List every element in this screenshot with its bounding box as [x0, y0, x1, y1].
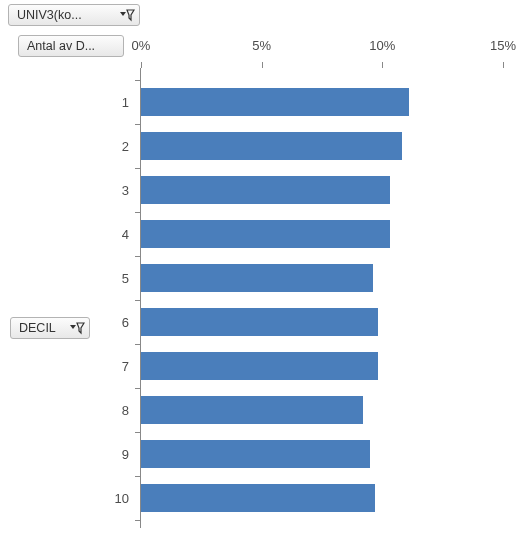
bar-row: 9	[141, 440, 503, 468]
category-label: 2	[122, 132, 129, 160]
y-axis-tick	[135, 476, 141, 477]
category-label: 3	[122, 176, 129, 204]
category-label: 9	[122, 440, 129, 468]
category-label: 1	[122, 88, 129, 116]
y-axis-tick	[135, 168, 141, 169]
x-axis-tick-label: 15%	[490, 38, 516, 53]
x-axis-tick	[382, 62, 383, 68]
field-button-label: DECIL	[19, 321, 56, 335]
bar	[141, 352, 378, 380]
y-axis-tick	[135, 432, 141, 433]
y-axis-tick	[135, 212, 141, 213]
bar	[141, 220, 390, 248]
bar-row: 5	[141, 264, 503, 292]
y-axis-tick	[135, 388, 141, 389]
category-label: 7	[122, 352, 129, 380]
bar	[141, 132, 402, 160]
y-axis-tick	[135, 124, 141, 125]
bar	[141, 176, 390, 204]
bar-row: 4	[141, 220, 503, 248]
category-label: 6	[122, 308, 129, 336]
y-axis-tick	[135, 344, 141, 345]
field-button-label: UNIV3(ko...	[17, 8, 82, 22]
dropdown-filter-icon	[69, 320, 85, 336]
bar-row: 6	[141, 308, 503, 336]
bar-row: 8	[141, 396, 503, 424]
bar	[141, 396, 363, 424]
field-button-label: Antal av D...	[27, 39, 95, 53]
category-label: 8	[122, 396, 129, 424]
bar-row: 1	[141, 88, 503, 116]
y-axis-tick	[135, 300, 141, 301]
x-axis-tick-label: 0%	[132, 38, 151, 53]
bar-row: 3	[141, 176, 503, 204]
category-label: 5	[122, 264, 129, 292]
bar	[141, 484, 375, 512]
field-button-decil[interactable]: DECIL	[10, 317, 90, 339]
svg-marker-0	[120, 12, 126, 16]
x-axis-tick	[141, 62, 142, 68]
bar	[141, 88, 409, 116]
x-axis-tick	[262, 62, 263, 68]
x-axis-tick-label: 5%	[252, 38, 271, 53]
field-button-univ3[interactable]: UNIV3(ko...	[8, 4, 140, 26]
bar	[141, 264, 373, 292]
y-axis-tick	[135, 520, 141, 521]
bar-row: 10	[141, 484, 503, 512]
x-axis-tick-label: 10%	[369, 38, 395, 53]
bar-row: 7	[141, 352, 503, 380]
category-label: 10	[115, 484, 129, 512]
chart-plot-area: 0%5%10%15%12345678910	[140, 68, 503, 528]
bar	[141, 440, 370, 468]
bar	[141, 308, 378, 336]
x-axis-tick	[503, 62, 504, 68]
category-label: 4	[122, 220, 129, 248]
y-axis-tick	[135, 80, 141, 81]
bar-row: 2	[141, 132, 503, 160]
field-button-antal-av-d[interactable]: Antal av D...	[18, 35, 124, 57]
dropdown-filter-icon	[119, 7, 135, 23]
y-axis-tick	[135, 256, 141, 257]
svg-marker-1	[70, 325, 76, 329]
